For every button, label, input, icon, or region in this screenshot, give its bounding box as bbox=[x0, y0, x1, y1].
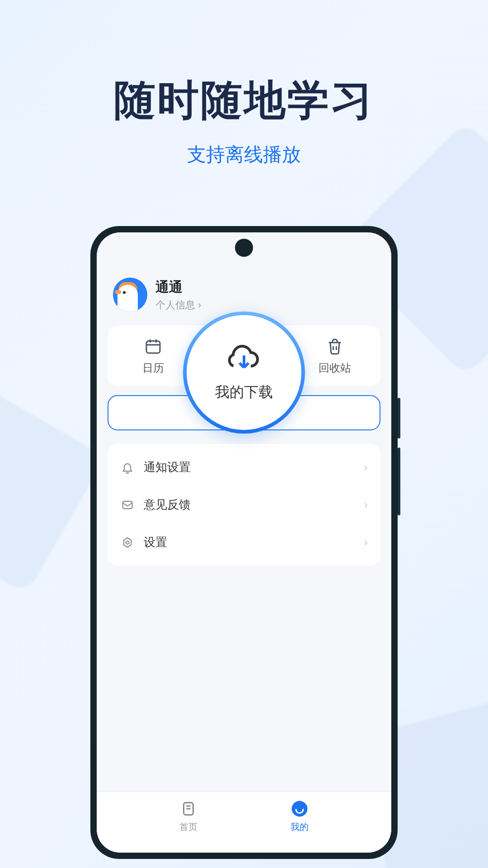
svg-marker-2 bbox=[124, 538, 131, 547]
trash-icon bbox=[325, 336, 345, 356]
mail-icon bbox=[120, 498, 135, 512]
cloud-download-icon bbox=[226, 343, 262, 374]
calendar-icon bbox=[143, 336, 163, 356]
svg-point-5 bbox=[292, 801, 308, 817]
avatar-body bbox=[117, 285, 138, 312]
phone-camera-notch bbox=[235, 239, 253, 257]
chevron-right-icon: › bbox=[364, 498, 368, 512]
nav-home[interactable]: 首页 bbox=[179, 799, 198, 853]
document-icon bbox=[179, 799, 198, 818]
phone-side-button bbox=[398, 398, 400, 439]
menu-label: 通知设置 bbox=[144, 459, 355, 475]
menu-label: 意见反馈 bbox=[144, 497, 355, 513]
calendar-label: 日历 bbox=[142, 361, 164, 375]
phone-screen: 通通 个人信息 日历 - 回收站 bbox=[97, 232, 391, 853]
bottom-nav: 首页 我的 bbox=[97, 792, 391, 853]
background-shape bbox=[0, 378, 106, 594]
headline-subtitle: 支持离线播放 bbox=[0, 142, 488, 167]
notification-settings-item[interactable]: 通知设置 › bbox=[108, 448, 380, 486]
phone-side-button bbox=[398, 448, 400, 515]
settings-item[interactable]: 设置 › bbox=[108, 524, 380, 561]
menu-card: 通知设置 › 意见反馈 › 设置 › bbox=[108, 444, 380, 566]
avatar-eye bbox=[123, 291, 126, 294]
download-highlight-circle[interactable]: 我的下载 bbox=[183, 311, 305, 434]
svg-rect-1 bbox=[123, 501, 132, 508]
nav-mine[interactable]: 我的 bbox=[290, 799, 309, 853]
smile-icon bbox=[290, 799, 309, 818]
profile-text: 通通 个人信息 bbox=[155, 278, 201, 312]
headline: 随时随地学习 支持离线播放 bbox=[0, 0, 488, 167]
avatar-beak bbox=[115, 290, 121, 294]
svg-rect-0 bbox=[146, 341, 160, 353]
download-label: 我的下载 bbox=[215, 382, 273, 402]
svg-point-3 bbox=[126, 541, 129, 544]
feedback-item[interactable]: 意见反馈 › bbox=[108, 486, 380, 524]
profile-name: 通通 bbox=[155, 278, 201, 297]
bell-icon bbox=[120, 460, 135, 475]
menu-label: 设置 bbox=[144, 534, 355, 550]
nav-home-label: 首页 bbox=[179, 821, 197, 833]
avatar[interactable] bbox=[113, 278, 147, 312]
chevron-right-icon: › bbox=[364, 535, 368, 549]
chevron-right-icon: › bbox=[364, 460, 368, 474]
recycle-label: 回收站 bbox=[319, 361, 351, 375]
nav-mine-label: 我的 bbox=[291, 821, 309, 833]
profile-info-link[interactable]: 个人信息 bbox=[155, 298, 201, 312]
profile-section[interactable]: 通通 个人信息 bbox=[108, 278, 380, 312]
phone-frame: 通通 个人信息 日历 - 回收站 bbox=[90, 226, 398, 859]
headline-title: 随时随地学习 bbox=[0, 72, 488, 128]
gear-icon bbox=[120, 535, 135, 550]
